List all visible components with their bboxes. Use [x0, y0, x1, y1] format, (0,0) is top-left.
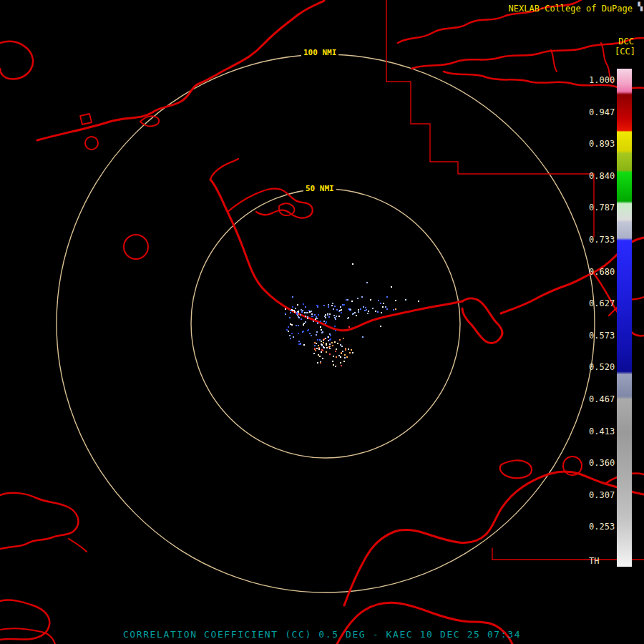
radar-echo [356, 315, 357, 316]
radar-echo [344, 357, 346, 358]
radar-echo [308, 310, 310, 311]
radar-echo [340, 344, 341, 346]
radar-echo [316, 316, 317, 318]
radar-echo [317, 362, 318, 364]
radar-echo [348, 308, 349, 310]
radar-echo [291, 309, 293, 311]
radar-echo [292, 296, 293, 298]
colorbar-units: [CC] [615, 47, 635, 57]
radar-echo [349, 308, 351, 310]
radar-echo [303, 323, 305, 324]
map-boundary-path [80, 114, 92, 125]
radar-echo [313, 353, 315, 354]
radar-echo [352, 352, 353, 353]
map-boundary-path [500, 460, 532, 478]
radar-echo [306, 312, 308, 313]
radar-echo [328, 336, 329, 338]
radar-echo [364, 310, 366, 311]
radar-echo [343, 304, 345, 306]
radar-echo [330, 338, 331, 340]
radar-echo [366, 282, 368, 283]
radar-echo [341, 346, 343, 347]
radar-echo [338, 355, 340, 356]
radar-echo [318, 354, 319, 356]
radar-echo [395, 300, 396, 301]
radar-echo [366, 309, 367, 311]
radar-echo [326, 347, 328, 348]
radar-echo [341, 312, 342, 313]
radar-echo [332, 345, 333, 346]
radar-echo [323, 321, 325, 322]
radar-echo [314, 314, 316, 316]
radar-echo [347, 299, 348, 301]
radar-echo [391, 286, 392, 288]
radar-echo [314, 345, 316, 346]
radar-echo [357, 298, 358, 299]
radar-echo [285, 313, 286, 314]
radar-echo [328, 316, 330, 318]
radar-echo [354, 312, 356, 313]
colorbar-scale-label: 0.413 [589, 427, 615, 436]
radar-echo [346, 299, 347, 301]
radar-echo [345, 349, 346, 351]
radar-echo [316, 318, 318, 319]
radar-echo [334, 341, 336, 343]
radar-echo [385, 306, 386, 308]
radar-echo [338, 316, 340, 317]
radar-echo [340, 362, 341, 364]
radar-echo [342, 304, 343, 306]
product-caption: CORRELATION COEFFICIENT (CC) 0.5 DEG - K… [123, 629, 521, 640]
radar-echo [303, 324, 304, 326]
map-boundary-path [0, 493, 78, 549]
map-boundary-path [462, 298, 502, 343]
radar-echo [332, 303, 333, 304]
radar-echo [288, 331, 289, 332]
radar-echo [380, 326, 381, 327]
radar-echo [335, 351, 336, 352]
radar-echo [315, 350, 316, 351]
radar-echo [316, 348, 318, 349]
radar-echo [349, 352, 351, 353]
radar-echo [362, 336, 364, 338]
colorbar-scale-label: 0.307 [589, 491, 615, 499]
map-boundary-path [551, 50, 557, 72]
colorbar-scale-label: 0.680 [589, 268, 615, 276]
radar-echo [335, 330, 336, 331]
radar-echo [305, 321, 306, 323]
radar-echo [351, 349, 352, 351]
map-boundary-path [228, 189, 313, 218]
radar-echo [316, 334, 317, 336]
radar-echo [368, 311, 369, 312]
colorbar-scale-label: 0.733 [589, 235, 615, 244]
radar-echo [326, 343, 327, 344]
radar-echo [321, 344, 323, 346]
radar-echo [325, 323, 326, 324]
radar-echo [302, 331, 303, 333]
radar-echo [340, 356, 341, 358]
radar-echo [329, 333, 331, 335]
radar-echo [311, 335, 312, 336]
radar-echo [377, 311, 379, 313]
radar-echo [381, 312, 382, 313]
radar-echo [352, 263, 353, 265]
radar-echo [298, 311, 299, 312]
radar-echo [323, 338, 325, 340]
radar-echo [336, 348, 337, 350]
radar-echo [301, 311, 303, 313]
radar-echo [360, 308, 361, 310]
radar-echo [367, 313, 369, 314]
radar-echo [321, 341, 322, 342]
radar-echo [342, 351, 343, 352]
radar-echo [289, 335, 291, 336]
radar-echo [318, 347, 320, 348]
radar-echo [325, 317, 326, 318]
radar-echo [325, 314, 326, 316]
radar-echo [326, 351, 327, 353]
radar-echo [329, 348, 331, 349]
radar-echo [302, 310, 303, 311]
radar-echo [322, 331, 323, 333]
map-boundary-path [0, 42, 33, 79]
radar-echo [325, 338, 326, 339]
radar-echo [305, 306, 306, 308]
radar-echo [291, 324, 293, 326]
